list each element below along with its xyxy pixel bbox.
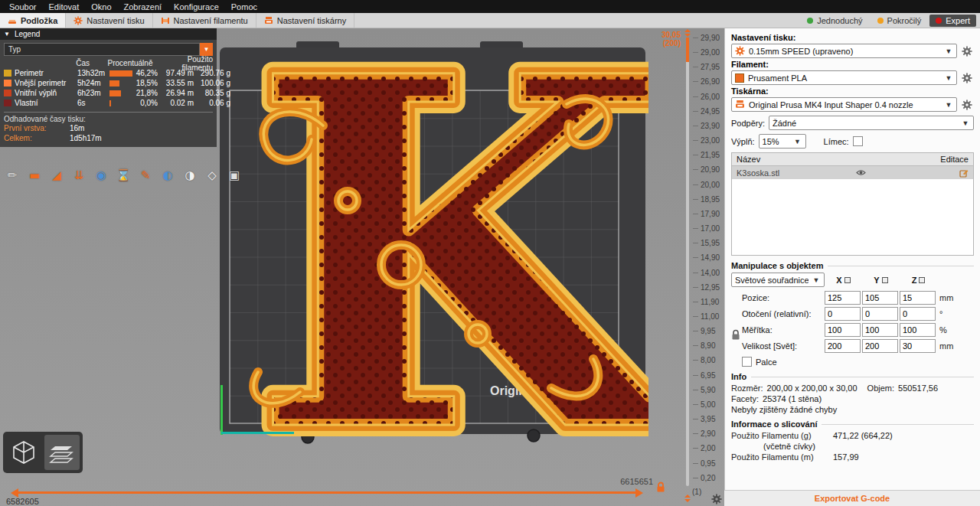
print-settings-combo[interactable]: 0.15mm SPEED (upraveno) ▼	[731, 44, 957, 58]
size-z-input[interactable]	[900, 339, 936, 353]
layer-slider-selected-range[interactable]	[686, 38, 689, 62]
slider-right-arrow-icon[interactable]	[635, 488, 648, 498]
chevron-down-icon: ▼	[944, 47, 953, 55]
edit-print-settings-button[interactable]	[960, 44, 974, 58]
supports-combo[interactable]: Žádné ▼	[769, 116, 974, 130]
dropdown-arrow-icon[interactable]: ▼	[200, 43, 213, 56]
toolbar-icon[interactable]: ◐	[159, 167, 176, 184]
preferences-gear-icon[interactable]	[711, 494, 722, 504]
inches-checkbox[interactable]	[742, 357, 752, 367]
filament-combo[interactable]: Prusament PLA ▼	[731, 70, 957, 85]
tab-label: Nastavení tisku	[87, 16, 144, 25]
legend-row[interactable]: Vnitřní výplň 6h23m 21,8% 26.94 m 80.35 …	[0, 88, 217, 98]
scale-y-input[interactable]	[862, 323, 898, 337]
toolbar-icon[interactable]: ▬	[26, 167, 43, 184]
position-y-input[interactable]	[862, 291, 898, 305]
tick-mark	[693, 404, 698, 405]
edit-object-icon[interactable]	[959, 168, 969, 178]
object-list-row[interactable]: K3soska.stl	[732, 166, 973, 179]
print-settings-value: 0.15mm SPEED (upraveno)	[749, 47, 940, 56]
toolbar-icon[interactable]: ◇	[204, 167, 220, 184]
menu-item[interactable]: Soubor	[3, 2, 42, 12]
tick-mark	[693, 316, 698, 317]
slider-left-arrow-icon[interactable]	[6, 488, 18, 498]
export-gcode-button[interactable]: Exportovat G-code	[724, 490, 980, 506]
tick-mark	[693, 463, 698, 464]
tick-mark	[693, 199, 698, 200]
editor-view-button[interactable]	[6, 435, 41, 470]
layer-tick: 5,00	[693, 400, 720, 409]
menu-item[interactable]: Pomoc	[225, 2, 263, 12]
view-type-dropdown[interactable]: Typ ▼	[4, 43, 213, 56]
toolbar-icon[interactable]: ◢	[48, 167, 65, 184]
size-y-input[interactable]	[862, 339, 898, 353]
toolbar-icon[interactable]: ✏	[4, 167, 21, 184]
toolbar-icon[interactable]: ◉	[93, 167, 109, 184]
menu-item[interactable]: Editovat	[42, 2, 85, 12]
infill-combo[interactable]: 15% ▼	[759, 134, 806, 149]
scale-x-input[interactable]	[825, 323, 861, 337]
slider-lock-icon[interactable]	[656, 482, 665, 492]
slider-track[interactable]	[18, 491, 635, 494]
inches-label: Palce	[756, 357, 777, 367]
coordinates-combo[interactable]: Světové souřadnice ▼	[731, 273, 825, 287]
tick-mark	[693, 331, 698, 331]
tab-filament-settings[interactable]: Nastavení filamentu	[153, 13, 256, 28]
slider-up-down-icon[interactable]	[683, 29, 692, 37]
tab-plater[interactable]: Podložka	[0, 13, 66, 28]
edit-printer-button[interactable]	[960, 98, 974, 112]
scale-z-input[interactable]	[900, 323, 936, 337]
legend-row[interactable]: Vnější perimetr 5h24m 18,5% 33.55 m 100.…	[0, 78, 217, 88]
uniform-scale-lock-icon[interactable]	[731, 329, 740, 340]
menu-item[interactable]: Zobrazení	[118, 2, 168, 12]
tick-mark	[693, 96, 698, 97]
brim-checkbox[interactable]	[853, 136, 863, 146]
preview-view-button[interactable]	[44, 435, 80, 470]
tick-mark	[693, 478, 698, 478]
layer-tick: 11,90	[693, 298, 720, 306]
gcode-horizontal-slider[interactable]	[6, 488, 648, 498]
toolbar-icon[interactable]: ◑	[181, 167, 198, 184]
size-info: Rozměr: 200,00 x 200,00 x 30,00 Objem: 5…	[731, 384, 974, 393]
slider-up-down-bottom-icon[interactable]	[683, 495, 692, 502]
layer-slider-track[interactable]	[686, 38, 689, 486]
tick-mark	[693, 375, 698, 376]
layer-tick: 2,00	[693, 444, 720, 452]
toolbar-icon[interactable]: ⌛	[115, 167, 132, 184]
position-z-input[interactable]	[900, 291, 936, 305]
toolbar-icon[interactable]: ⇊	[70, 167, 87, 184]
menu-item[interactable]: Konfigurace	[168, 2, 225, 12]
manipulation-title: Manipulace s objektem	[731, 261, 974, 270]
filament-used-grams: Použito Filamentu (g) 471,22 (664,22)	[731, 431, 974, 440]
rotation-z-input[interactable]	[900, 307, 936, 321]
legend-row[interactable]: Vlastní 6s 0,0% 0.02 m 0.06 g	[0, 98, 217, 108]
menu-item[interactable]: Okno	[85, 2, 117, 12]
legend-row[interactable]: Perimetr 13h32m 46,2% 97.49 m 290.76 g	[0, 68, 217, 78]
axis-box-icon	[919, 277, 925, 283]
rotation-x-input[interactable]	[825, 307, 861, 321]
gear-icon	[962, 100, 972, 110]
size-x-input[interactable]	[825, 339, 861, 353]
toolbar-icon[interactable]: ✎	[137, 167, 154, 184]
3d-viewport[interactable]: MK4 Original Prusa K K K K	[0, 28, 655, 506]
edit-filament-button[interactable]	[960, 71, 974, 85]
printer-combo[interactable]: Original Prusa MK4 Input Shaper 0.4 nozz…	[731, 97, 957, 112]
tab-printer-settings[interactable]: Nastavení tiskárny	[256, 13, 354, 28]
mode-simple[interactable]: Jednoduchý	[801, 15, 868, 27]
feature-color-swatch	[4, 70, 11, 77]
eye-icon[interactable]	[856, 169, 866, 176]
rotation-y-input[interactable]	[862, 307, 898, 321]
first-layer-time: První vrstva: 16m	[0, 123, 217, 133]
tick-mark	[693, 52, 698, 53]
position-x-input[interactable]	[825, 291, 861, 305]
layer-tick: 12,95	[693, 283, 720, 292]
layer-tick: 18,95	[693, 195, 720, 204]
toolbar-icon[interactable]: ▣	[226, 167, 243, 184]
errors-info: Nebyly zjištěny žádné chyby	[731, 405, 974, 414]
tab-print-settings[interactable]: Nastavení tisku	[66, 13, 152, 28]
feature-color-swatch	[4, 90, 11, 96]
mode-switcher: Jednoduchý Pokročilý Expert	[801, 13, 980, 28]
mode-expert[interactable]: Expert	[929, 15, 976, 27]
mode-advanced[interactable]: Pokročilý	[871, 15, 928, 27]
legend-header[interactable]: ▼ Legend	[0, 28, 217, 40]
